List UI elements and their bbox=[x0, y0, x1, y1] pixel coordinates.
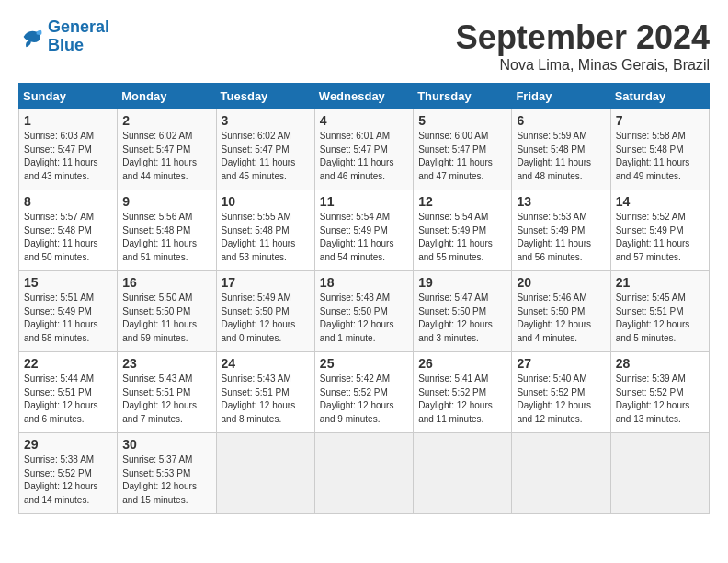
table-row: 20 Sunrise: 5:46 AMSunset: 5:50 PMDaylig… bbox=[512, 271, 610, 352]
day-info: Sunrise: 5:49 AMSunset: 5:50 PMDaylight:… bbox=[222, 293, 296, 343]
table-row: 7 Sunrise: 5:58 AMSunset: 5:48 PMDayligh… bbox=[610, 109, 709, 190]
day-info: Sunrise: 5:43 AMSunset: 5:51 PMDaylight:… bbox=[222, 373, 296, 424]
col-sunday: Sunday bbox=[19, 84, 118, 109]
day-info: Sunrise: 5:58 AMSunset: 5:48 PMDaylight:… bbox=[616, 131, 690, 181]
table-row: 17 Sunrise: 5:49 AMSunset: 5:50 PMDaylig… bbox=[216, 271, 314, 352]
day-info: Sunrise: 5:51 AMSunset: 5:49 PMDaylight:… bbox=[24, 293, 98, 343]
day-info: Sunrise: 6:01 AMSunset: 5:47 PMDaylight:… bbox=[320, 131, 394, 181]
table-row: 26 Sunrise: 5:41 AMSunset: 5:52 PMDaylig… bbox=[414, 352, 512, 433]
day-number: 15 bbox=[24, 275, 112, 290]
day-info: Sunrise: 5:48 AMSunset: 5:50 PMDaylight:… bbox=[320, 293, 394, 343]
day-number: 6 bbox=[517, 113, 605, 128]
table-row bbox=[512, 433, 610, 514]
day-info: Sunrise: 6:02 AMSunset: 5:47 PMDaylight:… bbox=[222, 131, 296, 181]
day-info: Sunrise: 6:02 AMSunset: 5:47 PMDaylight:… bbox=[122, 131, 197, 181]
day-number: 20 bbox=[517, 275, 605, 290]
day-info: Sunrise: 5:39 AMSunset: 5:52 PMDaylight:… bbox=[616, 373, 690, 424]
table-row: 12 Sunrise: 5:54 AMSunset: 5:49 PMDaylig… bbox=[414, 190, 512, 271]
day-number: 27 bbox=[517, 356, 605, 371]
table-row: 24 Sunrise: 5:43 AMSunset: 5:51 PMDaylig… bbox=[216, 352, 314, 433]
day-info: Sunrise: 5:40 AMSunset: 5:52 PMDaylight:… bbox=[517, 373, 591, 424]
day-number: 3 bbox=[222, 113, 310, 128]
table-row: 16 Sunrise: 5:50 AMSunset: 5:50 PMDaylig… bbox=[118, 271, 216, 352]
calendar-week-row: 29 Sunrise: 5:38 AMSunset: 5:52 PMDaylig… bbox=[19, 433, 710, 514]
table-row: 9 Sunrise: 5:56 AMSunset: 5:48 PMDayligh… bbox=[118, 190, 216, 271]
day-number: 25 bbox=[320, 356, 408, 371]
table-row: 21 Sunrise: 5:45 AMSunset: 5:51 PMDaylig… bbox=[610, 271, 709, 352]
day-info: Sunrise: 5:38 AMSunset: 5:52 PMDaylight:… bbox=[24, 454, 98, 505]
table-row: 2 Sunrise: 6:02 AMSunset: 5:47 PMDayligh… bbox=[118, 109, 216, 190]
day-number: 11 bbox=[320, 194, 408, 209]
col-tuesday: Tuesday bbox=[216, 84, 314, 109]
table-row: 6 Sunrise: 5:59 AMSunset: 5:48 PMDayligh… bbox=[512, 109, 610, 190]
day-info: Sunrise: 5:55 AMSunset: 5:48 PMDaylight:… bbox=[222, 212, 296, 262]
day-number: 19 bbox=[418, 275, 506, 290]
day-number: 18 bbox=[320, 275, 408, 290]
table-row: 30 Sunrise: 5:37 AMSunset: 5:53 PMDaylig… bbox=[118, 433, 216, 514]
table-row bbox=[216, 433, 314, 514]
table-row: 10 Sunrise: 5:55 AMSunset: 5:48 PMDaylig… bbox=[216, 190, 314, 271]
calendar-week-row: 22 Sunrise: 5:44 AMSunset: 5:51 PMDaylig… bbox=[19, 352, 710, 433]
calendar-table: Sunday Monday Tuesday Wednesday Thursday… bbox=[18, 83, 710, 514]
table-row: 11 Sunrise: 5:54 AMSunset: 5:49 PMDaylig… bbox=[314, 190, 413, 271]
col-monday: Monday bbox=[118, 84, 216, 109]
calendar-week-row: 1 Sunrise: 6:03 AMSunset: 5:47 PMDayligh… bbox=[19, 109, 710, 190]
day-info: Sunrise: 5:37 AMSunset: 5:53 PMDaylight:… bbox=[122, 454, 197, 505]
col-friday: Friday bbox=[512, 84, 610, 109]
table-row: 29 Sunrise: 5:38 AMSunset: 5:52 PMDaylig… bbox=[19, 433, 118, 514]
day-info: Sunrise: 5:59 AMSunset: 5:48 PMDaylight:… bbox=[517, 131, 591, 181]
calendar-week-row: 8 Sunrise: 5:57 AMSunset: 5:48 PMDayligh… bbox=[19, 190, 710, 271]
table-row: 25 Sunrise: 5:42 AMSunset: 5:52 PMDaylig… bbox=[314, 352, 413, 433]
day-info: Sunrise: 5:45 AMSunset: 5:51 PMDaylight:… bbox=[616, 293, 690, 343]
day-number: 12 bbox=[418, 194, 506, 209]
day-info: Sunrise: 5:46 AMSunset: 5:50 PMDaylight:… bbox=[517, 293, 591, 343]
table-row: 27 Sunrise: 5:40 AMSunset: 5:52 PMDaylig… bbox=[512, 352, 610, 433]
calendar-week-row: 15 Sunrise: 5:51 AMSunset: 5:49 PMDaylig… bbox=[19, 271, 710, 352]
day-number: 21 bbox=[616, 275, 704, 290]
logo-text-line1: General bbox=[48, 18, 109, 37]
day-number: 24 bbox=[222, 356, 310, 371]
day-number: 14 bbox=[616, 194, 704, 209]
day-number: 10 bbox=[222, 194, 310, 209]
day-info: Sunrise: 5:44 AMSunset: 5:51 PMDaylight:… bbox=[24, 373, 98, 424]
day-number: 26 bbox=[418, 356, 506, 371]
day-info: Sunrise: 5:42 AMSunset: 5:52 PMDaylight:… bbox=[320, 373, 394, 424]
day-info: Sunrise: 5:52 AMSunset: 5:49 PMDaylight:… bbox=[616, 212, 690, 262]
col-wednesday: Wednesday bbox=[314, 84, 413, 109]
header-row: Sunday Monday Tuesday Wednesday Thursday… bbox=[19, 84, 710, 109]
day-number: 17 bbox=[222, 275, 310, 290]
day-number: 29 bbox=[24, 437, 112, 452]
table-row: 8 Sunrise: 5:57 AMSunset: 5:48 PMDayligh… bbox=[19, 190, 118, 271]
day-info: Sunrise: 5:41 AMSunset: 5:52 PMDaylight:… bbox=[418, 373, 493, 424]
location-title: Nova Lima, Minas Gerais, Brazil bbox=[456, 57, 710, 74]
day-info: Sunrise: 5:53 AMSunset: 5:49 PMDaylight:… bbox=[517, 212, 591, 262]
day-number: 2 bbox=[122, 113, 210, 128]
table-row: 5 Sunrise: 6:00 AMSunset: 5:47 PMDayligh… bbox=[414, 109, 512, 190]
table-row: 1 Sunrise: 6:03 AMSunset: 5:47 PMDayligh… bbox=[19, 109, 118, 190]
table-row: 28 Sunrise: 5:39 AMSunset: 5:52 PMDaylig… bbox=[610, 352, 709, 433]
day-number: 1 bbox=[24, 113, 112, 128]
day-info: Sunrise: 5:57 AMSunset: 5:48 PMDaylight:… bbox=[24, 212, 98, 262]
day-info: Sunrise: 5:54 AMSunset: 5:49 PMDaylight:… bbox=[320, 212, 394, 262]
table-row: 22 Sunrise: 5:44 AMSunset: 5:51 PMDaylig… bbox=[19, 352, 118, 433]
day-number: 28 bbox=[616, 356, 704, 371]
day-info: Sunrise: 5:47 AMSunset: 5:50 PMDaylight:… bbox=[418, 293, 493, 343]
day-number: 23 bbox=[122, 356, 210, 371]
title-block: September 2024 Nova Lima, Minas Gerais, … bbox=[456, 18, 710, 74]
day-number: 4 bbox=[320, 113, 408, 128]
page-header: General Blue September 2024 Nova Lima, M… bbox=[18, 18, 710, 74]
col-thursday: Thursday bbox=[414, 84, 512, 109]
table-row bbox=[414, 433, 512, 514]
table-row: 14 Sunrise: 5:52 AMSunset: 5:49 PMDaylig… bbox=[610, 190, 709, 271]
table-row: 23 Sunrise: 5:43 AMSunset: 5:51 PMDaylig… bbox=[118, 352, 216, 433]
col-saturday: Saturday bbox=[610, 84, 709, 109]
day-info: Sunrise: 6:03 AMSunset: 5:47 PMDaylight:… bbox=[24, 131, 98, 181]
day-info: Sunrise: 5:54 AMSunset: 5:49 PMDaylight:… bbox=[418, 212, 493, 262]
day-number: 5 bbox=[418, 113, 506, 128]
day-info: Sunrise: 5:50 AMSunset: 5:50 PMDaylight:… bbox=[122, 293, 197, 343]
table-row bbox=[610, 433, 709, 514]
day-info: Sunrise: 5:43 AMSunset: 5:51 PMDaylight:… bbox=[122, 373, 197, 424]
day-number: 7 bbox=[616, 113, 704, 128]
table-row: 13 Sunrise: 5:53 AMSunset: 5:49 PMDaylig… bbox=[512, 190, 610, 271]
day-number: 13 bbox=[517, 194, 605, 209]
